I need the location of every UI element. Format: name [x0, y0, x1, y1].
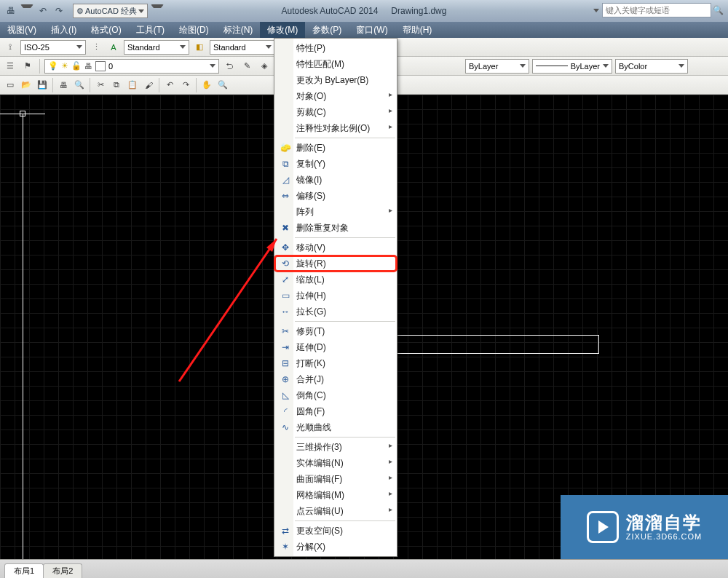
menu-item-3dops[interactable]: 三维操作(3): [274, 439, 397, 455]
join-icon: ⊕: [277, 374, 293, 384]
chevron-down-icon: [138, 9, 144, 13]
textstyle-value: Standard: [127, 43, 160, 52]
print-icon[interactable]: 🖶: [4, 4, 17, 17]
menu-item-fillet[interactable]: ◜圆角(F): [274, 403, 397, 419]
lineweight-value: ByLayer: [571, 62, 600, 71]
crosshair-vertical: [23, 114, 23, 559]
cut-icon[interactable]: ✂: [93, 78, 108, 92]
menu-item-object[interactable]: 对象(O): [274, 88, 397, 104]
menu-item-break[interactable]: ⊟打断(K): [274, 355, 397, 371]
layer-iso-icon[interactable]: ◈: [257, 59, 272, 74]
menu-item-join[interactable]: ⊕合并(J): [274, 371, 397, 387]
copy-icon[interactable]: ⧉: [109, 78, 124, 92]
layer-manager-icon[interactable]: ☰: [3, 59, 17, 74]
open-icon[interactable]: 📂: [19, 78, 33, 92]
menu-item-move[interactable]: ✥移动(V): [274, 239, 397, 256]
menu-dimension[interactable]: 标注(N): [216, 22, 261, 38]
textstyle-icon[interactable]: A: [106, 40, 121, 55]
paste-icon[interactable]: 📋: [125, 78, 140, 92]
watermark: 溜溜自学 ZIXUE.3D66.COM: [561, 495, 728, 559]
layer-tool-icon[interactable]: ✎: [240, 59, 254, 74]
menu-draw[interactable]: 绘图(D): [172, 22, 216, 38]
dimstyle-combo[interactable]: ISO-25: [20, 40, 86, 55]
menu-format[interactable]: 格式(O): [84, 22, 128, 38]
menu-item-properties[interactable]: 特性(P): [274, 40, 397, 56]
menu-item-extend[interactable]: ⇥延伸(D): [274, 339, 397, 355]
matchprop-icon[interactable]: 🖌: [141, 78, 156, 92]
menu-item-copy[interactable]: ⧉复制(Y): [274, 156, 397, 172]
menu-help[interactable]: 帮助(H): [395, 22, 440, 38]
menu-item-mirror[interactable]: ◿镜像(I): [274, 172, 397, 188]
copy-icon: ⧉: [277, 159, 293, 169]
menu-insert[interactable]: 插入(I): [44, 22, 84, 38]
search-input[interactable]: [602, 3, 711, 17]
menu-item-array[interactable]: 阵列: [274, 204, 397, 220]
fillet-icon: ◜: [277, 406, 293, 416]
redo-icon[interactable]: ↷: [178, 78, 193, 92]
menu-item-matchprop[interactable]: 特性匹配(M): [274, 56, 397, 72]
menu-modify[interactable]: 修改(M): [260, 22, 305, 38]
menu-tools[interactable]: 工具(T): [129, 22, 172, 38]
menu-parametric[interactable]: 参数(P): [305, 22, 349, 38]
redo-icon[interactable]: ↷: [52, 4, 66, 17]
menu-item-solidedit[interactable]: 实体编辑(N): [274, 455, 397, 471]
textstyle-combo[interactable]: Standard: [124, 40, 189, 55]
tab-layout2[interactable]: 布局2: [43, 563, 82, 578]
menu-item-chspace[interactable]: ⇄更改空间(S): [274, 523, 397, 539]
undo-icon[interactable]: ↶: [162, 78, 177, 92]
dimstyle-edit-icon[interactable]: ⋮: [89, 40, 103, 55]
menu-item-bylayer[interactable]: 更改为 ByLayer(B): [274, 72, 397, 88]
layer-filter-icon[interactable]: ⚑: [20, 59, 35, 74]
plot-preview-icon[interactable]: 🔍: [72, 78, 87, 92]
menu-item-chamfer[interactable]: ◺倒角(C): [274, 387, 397, 403]
plotstyle-value: ByColor: [619, 62, 647, 71]
offset-icon: ⇔: [277, 191, 293, 201]
menu-item-explode[interactable]: ✶分解(X): [274, 539, 397, 555]
chevron-down-icon[interactable]: [593, 9, 599, 12]
menu-item-surfedit[interactable]: 曲面编辑(F): [274, 471, 397, 487]
tablestyle-icon[interactable]: ◧: [192, 40, 207, 55]
menu-item-offset[interactable]: ⇔偏移(S): [274, 188, 397, 204]
workspace-selector[interactable]: ⚙ AutoCAD 经典: [73, 4, 148, 18]
menu-item-erase[interactable]: 🧽删除(E): [274, 140, 397, 156]
zoom-icon[interactable]: 🔍: [215, 78, 230, 92]
menu-item-annoscale[interactable]: 注释性对象比例(O): [274, 120, 397, 136]
overkill-icon: ✖: [277, 223, 293, 233]
tab-layout1[interactable]: 布局1: [4, 563, 44, 578]
menu-item-scale[interactable]: ⤢缩放(L): [274, 272, 397, 288]
dropdown-icon[interactable]: [20, 4, 33, 17]
layer-value: 0: [108, 62, 113, 71]
mirror-icon: ◿: [277, 175, 293, 185]
plotstyle-combo[interactable]: ByColor: [615, 59, 688, 74]
pan-icon[interactable]: ✋: [199, 78, 214, 92]
new-icon[interactable]: ▭: [3, 78, 17, 92]
menu-item-blend[interactable]: ∿光顺曲线: [274, 419, 397, 435]
help-search: 🔍: [593, 3, 724, 17]
menu-item-lengthen[interactable]: ↔拉长(G): [274, 304, 397, 320]
lineweight-combo[interactable]: ByLayer: [532, 59, 612, 74]
lock-icon: 🔓: [71, 61, 82, 71]
menu-item-clip[interactable]: 剪裁(C): [274, 104, 397, 120]
chevron-down-icon: [678, 64, 684, 68]
menu-item-trim[interactable]: ✂修剪(T): [274, 323, 397, 339]
linetype-combo[interactable]: ByLayer: [465, 59, 529, 74]
menu-item-rotate[interactable]: ⟲旋转(R): [274, 256, 397, 272]
menu-item-stretch[interactable]: ▭拉伸(H): [274, 288, 397, 304]
print-icon[interactable]: 🖶: [56, 78, 71, 92]
menu-view[interactable]: 视图(V): [0, 22, 44, 38]
layer-prev-icon[interactable]: ⮌: [222, 59, 237, 74]
save-icon[interactable]: 💾: [35, 78, 50, 92]
dim-icon[interactable]: ⟟: [3, 40, 17, 55]
menu-item-pcedit[interactable]: 点云编辑(U): [274, 503, 397, 519]
drawn-rectangle[interactable]: [397, 335, 599, 354]
qat-more-icon[interactable]: [151, 4, 164, 17]
chspace-icon: ⇄: [277, 526, 293, 536]
menu-item-overkill[interactable]: ✖删除重复对象: [274, 220, 397, 236]
menu-item-meshedit[interactable]: 网格编辑(M): [274, 487, 397, 503]
undo-icon[interactable]: ↶: [36, 4, 50, 17]
layer-combo[interactable]: 💡 ☀ 🔓 🖶 0: [44, 59, 219, 74]
search-icon[interactable]: 🔍: [713, 5, 724, 15]
menu-window[interactable]: 窗口(W): [349, 22, 395, 38]
tablestyle-combo[interactable]: Standard: [210, 40, 275, 55]
break-icon: ⊟: [277, 358, 293, 368]
